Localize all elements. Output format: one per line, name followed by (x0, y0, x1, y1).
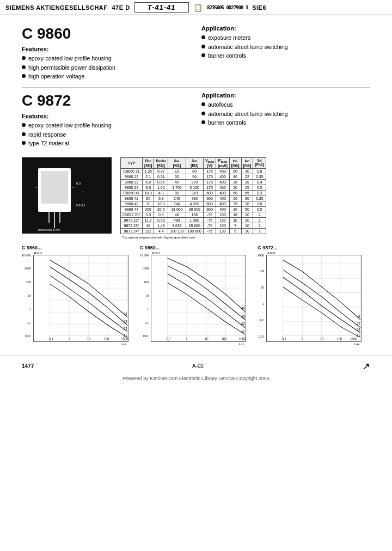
bullet-icon (22, 65, 26, 69)
graph3-wrapper: 1000 100 10 1 0,1 0,01 R/KΩ (258, 252, 362, 346)
page-id: 1477 (22, 363, 34, 369)
product1-feature-3: high operation voltage (22, 72, 191, 81)
bullet-icon (22, 123, 26, 127)
product2-app-1: autofocus (201, 101, 370, 109)
graph1-x-label: Lux (33, 342, 128, 346)
svg-text:100: 100 (103, 336, 109, 340)
product1-right: Application: exposure meters automatic s… (191, 25, 370, 82)
col-d01: δ₀₁[kΩ] (168, 158, 186, 168)
page: SIEMENS AKTIENGESELLSCHAF 47E D T-41-41 … (0, 0, 392, 551)
col-d05: δ₀₅[kΩ] (186, 158, 203, 168)
table-row: 9872 23*481.489 63328 680-751507102 (121, 223, 266, 228)
table-row: C9860 4118.04.88021060040060650.3 (121, 190, 266, 195)
graphs-section: C 9860... 10 000 1000 100 10 1 0,1 0,01 … (22, 245, 370, 346)
bullet-icon (201, 120, 205, 124)
footer-credit: Powered by IOminer.com Electronic-Librar… (0, 375, 392, 384)
product2-section: C 9872 Features: epoxy-coated low profil… (22, 92, 370, 149)
product1-left: C 9860 Features: epoxy-coated low profil… (22, 25, 191, 82)
product1-app-list: exposure meters automatic street lamp sw… (201, 34, 370, 60)
component-diagram: 0,0 — 0,9 0,1 dimensions in mm (22, 157, 112, 234)
company-name: SIEMENS AKTIENGESELLSCHAF (5, 4, 108, 11)
header-code: SIE6 (252, 4, 266, 11)
table-footnote: *for special request and with higher qua… (121, 234, 266, 240)
svg-text:1000: 1000 (121, 336, 128, 340)
col-t50: t₅₀[ms] (229, 158, 241, 168)
svg-text:43: 43 (241, 314, 245, 318)
svg-text:100: 100 (222, 336, 227, 340)
product1-app-label: Application: (201, 25, 370, 32)
main-content: C 9860 Features: epoxy-coated low profil… (0, 15, 392, 351)
svg-text:42: 42 (241, 322, 245, 326)
product2-right: Application: autofocus automatic street … (191, 92, 370, 149)
data-table: TYP R₂₀[kΩ] B₂₅/₈₅[kΩ] δ₀₁[kΩ] δ₀₅[kΩ] V… (120, 157, 266, 239)
header-bar: SIEMENS AKTIENGESELLSCHAF 47E D T-41-41 … (0, 0, 392, 15)
table-row: 9860 236.00.854027017540026280.4 (121, 179, 266, 185)
svg-text:22: 22 (124, 326, 127, 330)
svg-text:1: 1 (68, 336, 70, 340)
graph3-plot-area: R/KΩ (266, 252, 362, 346)
graph3-container: C 9872... 1000 100 10 1 0,1 0,01 R/KΩ (258, 245, 370, 346)
graph2-svg: 44 43 42 41 0,1 1 10 100 1000 (151, 255, 246, 341)
product1-app-3: burner controls (201, 52, 370, 60)
table-row: 9860 437010.37404 20060040035282.6 (121, 201, 266, 206)
col-t80: t₈₀[ms] (241, 158, 253, 168)
graph1-svg: 24 23 22 21 0,1 1 10 100 1000 (34, 255, 128, 341)
graph1-wrapper: 10 000 1000 100 10 1 0,1 0,01 R/KΩ (22, 252, 128, 346)
graph2-container: C 9860... 10 000 1000 100 10 1 0,1 0,01 … (140, 245, 253, 346)
product1-features-label: Features: (22, 46, 191, 52)
svg-rect-2 (41, 171, 68, 204)
svg-text:1000...: 1000... (351, 336, 360, 340)
doc-id: T-41-41 (134, 2, 189, 13)
svg-text:1000: 1000 (238, 336, 246, 340)
product2-feature-1: epoxy-coated low profile housing (22, 121, 191, 130)
graph3-box: 24 22 23 21 0,1 1 10 100 1000... (266, 255, 362, 342)
table-row: 9872 22*11.70.584831 380-7515010102 (121, 217, 266, 223)
barcode: 8235605 0027908 3 (207, 5, 248, 10)
table-row: 9872 24*1924.4100 100100 800-751305102 (121, 228, 266, 234)
table-row: C9872 21*3.30.546136-7515018102 (121, 212, 266, 217)
svg-text:10: 10 (87, 336, 90, 340)
col-b25: B₂₅/₈₅[kΩ] (154, 158, 168, 168)
product1-feature-2: high permissible power dissipation (22, 64, 191, 72)
product1-features-list: epoxy-coated low profile housing high pe… (22, 54, 191, 81)
svg-text:dimensions in mm: dimensions in mm (38, 228, 60, 231)
table-row: 9860 42956.824078060040050300.35 (121, 195, 266, 201)
graph3-title: C 9872... (258, 245, 278, 250)
svg-text:1: 1 (302, 336, 304, 340)
diagram-svg: 0,0 — 0,9 0,1 dimensions in mm (22, 157, 112, 234)
bullet-icon (201, 102, 205, 106)
graph3-x-label: Lux (266, 342, 362, 346)
product1-section: C 9860 Features: epoxy-coated low profil… (22, 25, 370, 82)
graph3-svg: 24 22 23 21 0,1 1 10 100 1000... (267, 255, 361, 341)
svg-text:41: 41 (241, 330, 245, 334)
product2-features-label: Features: (22, 113, 191, 119)
col-r20: R₂₀[kΩ] (143, 158, 154, 168)
product2-app-label: Application: (201, 92, 370, 99)
footer-section: 1477 A-02 ↗ (0, 356, 392, 375)
svg-text:0,1: 0,1 (48, 336, 53, 340)
arrow-icon: ↗ (362, 360, 370, 372)
svg-text:100: 100 (337, 336, 342, 340)
credit-text: Powered by IOminer.com Electronic-Librar… (122, 376, 270, 381)
product2-feature-2: rapid response (22, 131, 191, 139)
graph1-plot-area: R/KΩ (33, 252, 128, 346)
divider-1 (22, 87, 370, 88)
bullet-icon (201, 112, 205, 115)
graph2-x-label: Lux (151, 342, 246, 346)
graph2-wrapper: 10 000 1000 100 10 1 0,1 0,01 R/KΩ (140, 252, 247, 346)
svg-text:0,9 0,1: 0,9 0,1 (76, 204, 85, 207)
table-row: 9860 4426620.513 00039 00060040020500.5 (121, 206, 266, 212)
col-pmax: Pmax[mW] (216, 158, 230, 168)
product2-feature-3: type 72 material (22, 139, 191, 148)
svg-text:0,1: 0,1 (167, 336, 171, 340)
table-row: 9860 249.51.651 7005 10017546020250.5 (121, 185, 266, 190)
svg-text:44: 44 (241, 305, 245, 309)
bullet-icon (22, 74, 26, 78)
bullet-icon (201, 45, 205, 48)
graph1-y-labels: 10 000 1000 100 10 1 0,1 0,01 (22, 252, 32, 346)
table-footnote-row: *for special request and with higher qua… (121, 234, 266, 240)
graph2-plot-area: R/KΩ (151, 252, 246, 346)
table-section: 0,0 — 0,9 0,1 dimensions in mm TYP R₂₀[k… (22, 157, 370, 239)
bullet-icon (22, 132, 26, 136)
product2-left: C 9872 Features: epoxy-coated low profil… (22, 92, 191, 149)
